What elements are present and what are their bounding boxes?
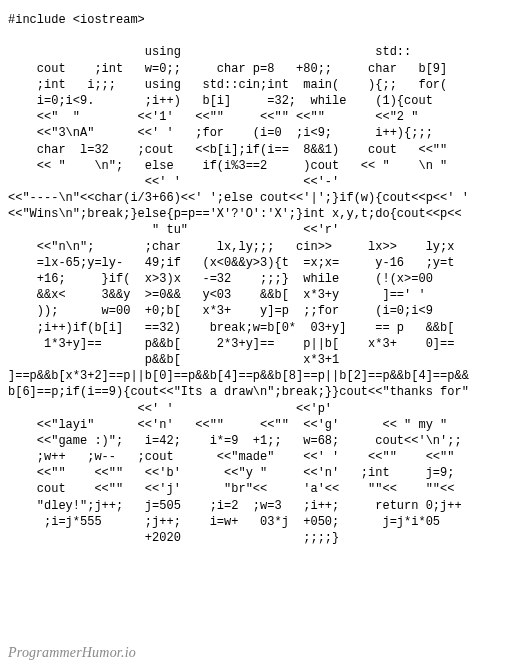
obfuscated-cpp-code: #include <iostream> using std:: cout ;in… — [8, 12, 510, 546]
watermark: ProgrammerHumor.io — [8, 644, 136, 663]
